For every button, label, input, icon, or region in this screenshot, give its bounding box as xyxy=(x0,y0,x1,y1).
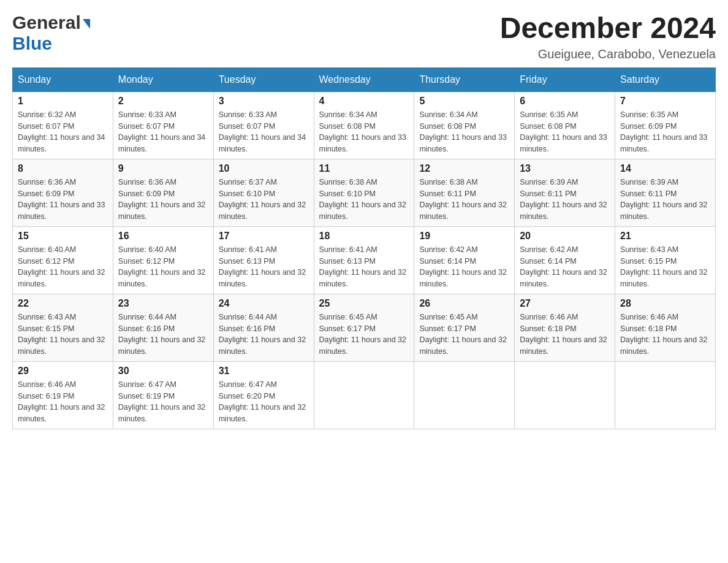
col-sunday: Sunday xyxy=(13,67,113,91)
day-info: Sunrise: 6:44 AM Sunset: 6:16 PM Dayligh… xyxy=(118,312,208,358)
day-info: Sunrise: 6:44 AM Sunset: 6:16 PM Dayligh… xyxy=(219,312,309,358)
table-row: 3 Sunrise: 6:33 AM Sunset: 6:07 PM Dayli… xyxy=(213,91,314,159)
day-number: 19 xyxy=(419,231,509,242)
table-row: 2 Sunrise: 6:33 AM Sunset: 6:07 PM Dayli… xyxy=(113,91,213,159)
table-row: 20 Sunrise: 6:42 AM Sunset: 6:14 PM Dayl… xyxy=(515,226,615,294)
day-info: Sunrise: 6:47 AM Sunset: 6:20 PM Dayligh… xyxy=(219,379,309,425)
table-row: 24 Sunrise: 6:44 AM Sunset: 6:16 PM Dayl… xyxy=(213,294,314,361)
day-info: Sunrise: 6:39 AM Sunset: 6:11 PM Dayligh… xyxy=(520,177,610,223)
day-number: 3 xyxy=(219,96,309,107)
page-header: General Blue December 2024 Gueiguee, Car… xyxy=(12,12,716,61)
day-number: 24 xyxy=(219,298,309,309)
day-info: Sunrise: 6:32 AM Sunset: 6:07 PM Dayligh… xyxy=(18,109,108,155)
day-info: Sunrise: 6:46 AM Sunset: 6:18 PM Dayligh… xyxy=(520,312,610,358)
table-row: 16 Sunrise: 6:40 AM Sunset: 6:12 PM Dayl… xyxy=(113,226,213,294)
table-row: 27 Sunrise: 6:46 AM Sunset: 6:18 PM Dayl… xyxy=(515,294,615,361)
day-info: Sunrise: 6:38 AM Sunset: 6:10 PM Dayligh… xyxy=(319,177,409,223)
table-row: 7 Sunrise: 6:35 AM Sunset: 6:09 PM Dayli… xyxy=(615,91,716,159)
logo-blue: Blue xyxy=(12,33,52,53)
title-section: December 2024 Gueiguee, Carabobo, Venezu… xyxy=(500,12,716,61)
calendar-week-row: 29 Sunrise: 6:46 AM Sunset: 6:19 PM Dayl… xyxy=(13,361,716,429)
day-number: 11 xyxy=(319,163,409,174)
day-info: Sunrise: 6:45 AM Sunset: 6:17 PM Dayligh… xyxy=(319,312,409,358)
day-number: 23 xyxy=(118,298,208,309)
calendar-week-row: 15 Sunrise: 6:40 AM Sunset: 6:12 PM Dayl… xyxy=(13,226,716,294)
table-row: 17 Sunrise: 6:41 AM Sunset: 6:13 PM Dayl… xyxy=(213,226,314,294)
day-number: 8 xyxy=(18,163,108,174)
day-number: 31 xyxy=(219,366,309,377)
day-number: 16 xyxy=(118,231,208,242)
table-row: 22 Sunrise: 6:43 AM Sunset: 6:15 PM Dayl… xyxy=(13,294,113,361)
day-info: Sunrise: 6:42 AM Sunset: 6:14 PM Dayligh… xyxy=(419,244,509,290)
day-info: Sunrise: 6:40 AM Sunset: 6:12 PM Dayligh… xyxy=(118,244,208,290)
day-info: Sunrise: 6:35 AM Sunset: 6:09 PM Dayligh… xyxy=(620,109,710,155)
day-info: Sunrise: 6:45 AM Sunset: 6:17 PM Dayligh… xyxy=(419,312,509,358)
col-thursday: Thursday xyxy=(414,67,515,91)
day-info: Sunrise: 6:43 AM Sunset: 6:15 PM Dayligh… xyxy=(18,312,108,358)
table-row: 21 Sunrise: 6:43 AM Sunset: 6:15 PM Dayl… xyxy=(615,226,716,294)
day-info: Sunrise: 6:46 AM Sunset: 6:19 PM Dayligh… xyxy=(18,379,108,425)
table-row: 26 Sunrise: 6:45 AM Sunset: 6:17 PM Dayl… xyxy=(414,294,515,361)
day-info: Sunrise: 6:35 AM Sunset: 6:08 PM Dayligh… xyxy=(520,109,610,155)
day-number: 14 xyxy=(620,163,710,174)
table-row: 30 Sunrise: 6:47 AM Sunset: 6:19 PM Dayl… xyxy=(113,361,213,429)
table-row xyxy=(615,361,716,429)
day-number: 10 xyxy=(219,163,309,174)
day-info: Sunrise: 6:37 AM Sunset: 6:10 PM Dayligh… xyxy=(219,177,309,223)
table-row: 13 Sunrise: 6:39 AM Sunset: 6:11 PM Dayl… xyxy=(515,159,615,226)
day-number: 15 xyxy=(18,231,108,242)
day-number: 18 xyxy=(319,231,409,242)
day-number: 9 xyxy=(118,163,208,174)
day-number: 26 xyxy=(419,298,509,309)
month-title: December 2024 xyxy=(500,12,716,45)
day-info: Sunrise: 6:36 AM Sunset: 6:09 PM Dayligh… xyxy=(118,177,208,223)
table-row: 9 Sunrise: 6:36 AM Sunset: 6:09 PM Dayli… xyxy=(113,159,213,226)
day-number: 17 xyxy=(219,231,309,242)
table-row: 18 Sunrise: 6:41 AM Sunset: 6:13 PM Dayl… xyxy=(314,226,414,294)
day-info: Sunrise: 6:41 AM Sunset: 6:13 PM Dayligh… xyxy=(319,244,409,290)
col-saturday: Saturday xyxy=(615,67,716,91)
day-number: 5 xyxy=(419,96,509,107)
day-number: 2 xyxy=(118,96,208,107)
calendar-body: 1 Sunrise: 6:32 AM Sunset: 6:07 PM Dayli… xyxy=(13,91,716,429)
day-number: 20 xyxy=(520,231,610,242)
table-row: 28 Sunrise: 6:46 AM Sunset: 6:18 PM Dayl… xyxy=(615,294,716,361)
logo-triangle-icon xyxy=(83,19,90,29)
table-row: 5 Sunrise: 6:34 AM Sunset: 6:08 PM Dayli… xyxy=(414,91,515,159)
day-number: 29 xyxy=(18,366,108,377)
table-row: 15 Sunrise: 6:40 AM Sunset: 6:12 PM Dayl… xyxy=(13,226,113,294)
day-info: Sunrise: 6:39 AM Sunset: 6:11 PM Dayligh… xyxy=(620,177,710,223)
day-info: Sunrise: 6:47 AM Sunset: 6:19 PM Dayligh… xyxy=(118,379,208,425)
day-number: 13 xyxy=(520,163,610,174)
table-row: 29 Sunrise: 6:46 AM Sunset: 6:19 PM Dayl… xyxy=(13,361,113,429)
table-row: 19 Sunrise: 6:42 AM Sunset: 6:14 PM Dayl… xyxy=(414,226,515,294)
day-info: Sunrise: 6:33 AM Sunset: 6:07 PM Dayligh… xyxy=(118,109,208,155)
location-label: Gueiguee, Carabobo, Venezuela xyxy=(500,47,716,61)
col-friday: Friday xyxy=(515,67,615,91)
day-info: Sunrise: 6:40 AM Sunset: 6:12 PM Dayligh… xyxy=(18,244,108,290)
table-row: 11 Sunrise: 6:38 AM Sunset: 6:10 PM Dayl… xyxy=(314,159,414,226)
table-row: 25 Sunrise: 6:45 AM Sunset: 6:17 PM Dayl… xyxy=(314,294,414,361)
table-row: 6 Sunrise: 6:35 AM Sunset: 6:08 PM Dayli… xyxy=(515,91,615,159)
day-number: 1 xyxy=(18,96,108,107)
day-info: Sunrise: 6:34 AM Sunset: 6:08 PM Dayligh… xyxy=(419,109,509,155)
table-row xyxy=(414,361,515,429)
logo-general: General xyxy=(12,12,81,33)
table-row: 12 Sunrise: 6:38 AM Sunset: 6:11 PM Dayl… xyxy=(414,159,515,226)
calendar-week-row: 8 Sunrise: 6:36 AM Sunset: 6:09 PM Dayli… xyxy=(13,159,716,226)
day-info: Sunrise: 6:42 AM Sunset: 6:14 PM Dayligh… xyxy=(520,244,610,290)
calendar-week-row: 1 Sunrise: 6:32 AM Sunset: 6:07 PM Dayli… xyxy=(13,91,716,159)
col-tuesday: Tuesday xyxy=(213,67,314,91)
day-number: 30 xyxy=(118,366,208,377)
day-info: Sunrise: 6:46 AM Sunset: 6:18 PM Dayligh… xyxy=(620,312,710,358)
table-row xyxy=(515,361,615,429)
day-info: Sunrise: 6:33 AM Sunset: 6:07 PM Dayligh… xyxy=(219,109,309,155)
logo: General Blue xyxy=(12,12,90,54)
table-row xyxy=(314,361,414,429)
day-number: 7 xyxy=(620,96,710,107)
day-info: Sunrise: 6:43 AM Sunset: 6:15 PM Dayligh… xyxy=(620,244,710,290)
day-number: 12 xyxy=(419,163,509,174)
day-info: Sunrise: 6:36 AM Sunset: 6:09 PM Dayligh… xyxy=(18,177,108,223)
col-wednesday: Wednesday xyxy=(314,67,414,91)
day-info: Sunrise: 6:34 AM Sunset: 6:08 PM Dayligh… xyxy=(319,109,409,155)
